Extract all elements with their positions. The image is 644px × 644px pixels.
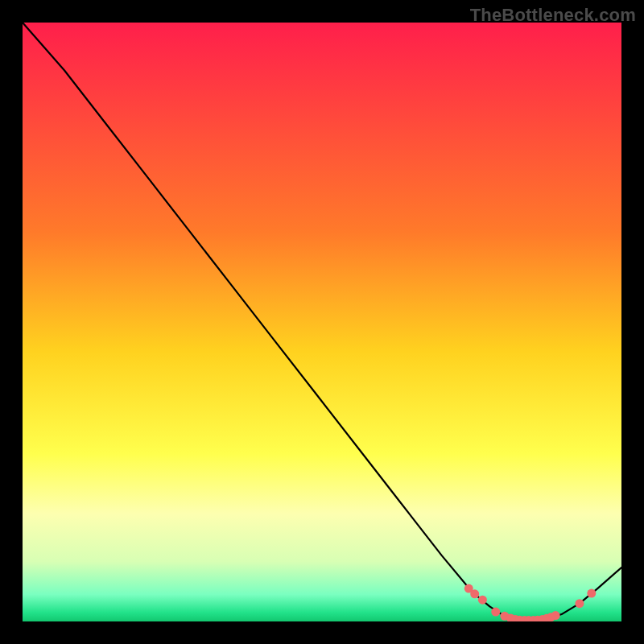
chart-svg (23, 23, 621, 621)
gradient-background (23, 23, 621, 621)
highlight-dot (470, 589, 479, 598)
highlight-dot (587, 589, 596, 598)
chart-frame: TheBottleneck.com (0, 0, 644, 644)
highlight-dot (478, 596, 487, 605)
highlight-dot (551, 611, 560, 620)
chart-plot-area (23, 23, 621, 621)
watermark-text: TheBottleneck.com (470, 5, 636, 26)
highlight-dot (575, 599, 584, 608)
highlight-dot (491, 608, 500, 617)
